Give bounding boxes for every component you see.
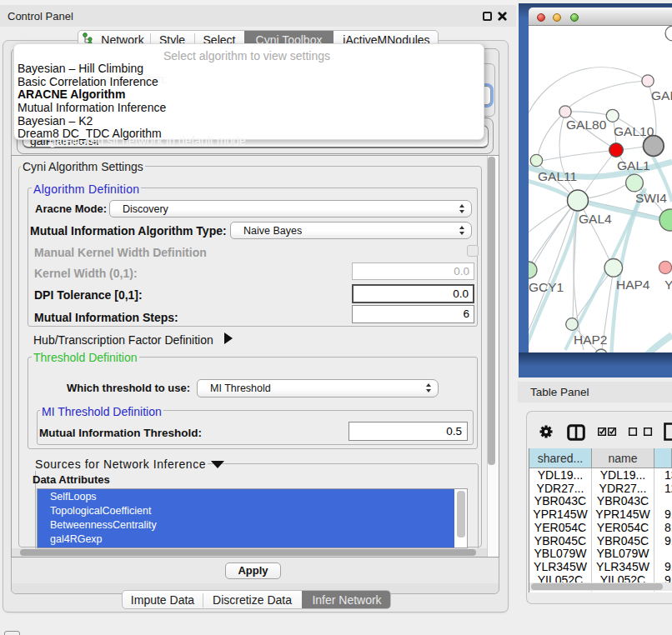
svg-text:SWI4: SWI4 bbox=[635, 191, 667, 205]
svg-text:GAL1: GAL1 bbox=[617, 158, 650, 172]
svg-text:GAL: GAL bbox=[651, 88, 672, 102]
svg-text:GCY1: GCY1 bbox=[529, 280, 564, 294]
svg-text:GAL4: GAL4 bbox=[579, 212, 612, 226]
svg-text:HAP2: HAP2 bbox=[574, 332, 608, 347]
svg-text:Y: Y bbox=[664, 278, 672, 292]
svg-text:GAL11: GAL11 bbox=[538, 169, 577, 183]
svg-text:HAP4: HAP4 bbox=[616, 278, 650, 292]
svg-text:GAL80: GAL80 bbox=[566, 118, 607, 132]
svg-text:GAL10: GAL10 bbox=[614, 124, 654, 138]
